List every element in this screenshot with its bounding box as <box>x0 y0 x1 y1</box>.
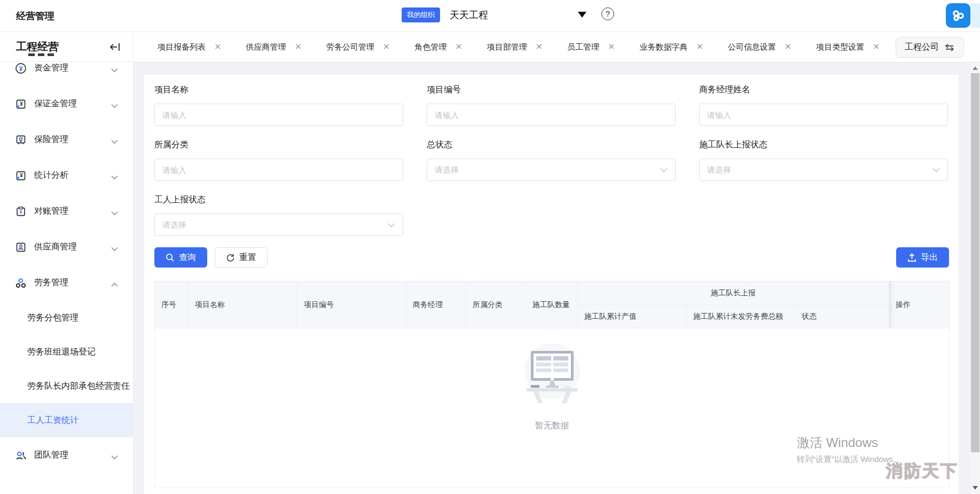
tab-supplier-mgmt[interactable]: 供应商管理✕ <box>246 42 301 52</box>
supplier-card-icon <box>15 241 27 253</box>
org-selector[interactable]: 我的组织 天天工程 <box>402 7 488 22</box>
col-header-project-code: 项目编号 <box>297 281 406 328</box>
close-icon[interactable]: ✕ <box>383 43 390 51</box>
filter-project-code: 项目编号 <box>427 84 676 126</box>
export-button[interactable]: 导出 <box>896 247 949 268</box>
topbar: 经营管理 我的组织 天天工程 ? <box>0 0 980 32</box>
filter-project-name: 项目名称 <box>154 84 403 126</box>
col-header-actions: 操作 <box>889 281 950 328</box>
project-name-input[interactable] <box>154 104 403 126</box>
col-header-crew-count: 施工队数量 <box>526 281 578 328</box>
sidebar-menu: ¥ 资金管理 ¥ 保证金管理 <box>0 62 133 494</box>
col-header-business-manager: 商务经理 <box>406 281 466 328</box>
filter-foreman-report-status: 施工队长上报状态 请选择 <box>699 139 948 181</box>
cluster-icon <box>951 8 966 23</box>
close-icon[interactable]: ✕ <box>294 43 301 51</box>
close-icon[interactable]: ✕ <box>455 43 462 51</box>
filter-category: 所属分类 <box>154 139 403 181</box>
org-dropdown-caret-icon[interactable] <box>578 12 586 18</box>
chevron-down-icon <box>932 165 940 175</box>
chevron-down-icon <box>111 101 118 111</box>
close-icon[interactable]: ✕ <box>214 43 221 51</box>
chevron-down-icon <box>111 172 118 182</box>
org-name: 天天工程 <box>450 9 488 21</box>
sidebar-item-reconciliation[interactable]: ¥ 对账管理 <box>0 193 133 229</box>
overall-status-select[interactable]: 请选择 <box>427 159 676 181</box>
close-icon[interactable]: ✕ <box>873 43 880 51</box>
sidebar-subitem-labor-subcontract[interactable]: 劳务分包管理 <box>0 301 133 335</box>
sidebar-item-insurance[interactable]: 保险管理 <box>0 122 133 158</box>
coin-yuan-icon: ¥ <box>15 62 27 74</box>
sidebar-item-team[interactable]: 团队管理 <box>0 437 133 473</box>
org-switch-button[interactable]: 工程公司 <box>896 37 964 58</box>
main-content: 项目名称 项目编号 商务经理姓名 所属分类 总状态 <box>134 62 970 494</box>
sidebar: 工程经营 ¥ 资金管理 ¥ <box>0 32 134 494</box>
tab-company-info-settings[interactable]: 公司信息设置✕ <box>728 42 791 52</box>
scrollbar-thumb[interactable] <box>971 73 979 452</box>
col-header-project-name: 项目名称 <box>189 281 297 328</box>
tab-labor-company-mgmt[interactable]: 劳务公司管理✕ <box>326 42 390 52</box>
worker-report-status-select[interactable]: 请选择 <box>154 214 403 236</box>
search-button[interactable]: 查询 <box>154 247 207 268</box>
close-icon[interactable]: ✕ <box>785 43 791 51</box>
stats-yuan-icon: ¥ <box>15 170 27 182</box>
help-icon[interactable]: ? <box>601 7 614 20</box>
col-header-index: 序号 <box>155 281 189 328</box>
tab-employee-mgmt[interactable]: 员工管理✕ <box>567 42 615 52</box>
filter-overall-status: 总状态 请选择 <box>427 139 676 181</box>
clipped-menu-fragment <box>28 53 54 56</box>
sidebar-subitem-crew-exit[interactable]: 劳务班组退场登记 <box>0 335 133 369</box>
actions-row: 查询 重置 导出 <box>154 247 949 268</box>
clipboard-yuan-icon: ¥ <box>15 206 27 217</box>
category-input[interactable] <box>154 159 403 181</box>
sidebar-item-funds[interactable]: ¥ 资金管理 <box>0 62 133 86</box>
deposit-icon: ¥ <box>15 98 27 110</box>
business-manager-input[interactable] <box>699 104 948 126</box>
sidebar-subitem-worker-wage-stats[interactable]: 工人工资统计 <box>0 403 133 437</box>
chevron-down-icon <box>111 137 118 146</box>
reset-button[interactable]: 重置 <box>215 247 268 268</box>
app-title: 经营管理 <box>16 10 54 22</box>
filter-form: 项目名称 项目编号 商务经理姓名 所属分类 总状态 <box>154 84 949 236</box>
empty-state: 暂无数据 <box>155 328 949 488</box>
search-icon <box>166 253 175 262</box>
svg-text:¥: ¥ <box>20 100 23 106</box>
sidebar-subitem-foreman-contract[interactable]: 劳务队长内部承包经营责任 <box>0 369 133 403</box>
svg-text:¥: ¥ <box>20 172 23 178</box>
no-data-illustration-icon <box>515 343 590 406</box>
filter-worker-report-status: 工人上报状态 请选择 <box>154 194 403 236</box>
close-icon[interactable]: ✕ <box>536 43 543 51</box>
swap-arrows-icon <box>944 43 955 52</box>
empty-text: 暂无数据 <box>535 420 569 432</box>
scroll-up-arrow-icon[interactable] <box>970 64 980 72</box>
col-header-status: 状态 <box>795 305 889 328</box>
collapse-sidebar-icon[interactable] <box>109 41 121 53</box>
svg-text:¥: ¥ <box>19 209 22 215</box>
chevron-down-icon <box>111 244 118 254</box>
export-icon <box>907 253 916 262</box>
sidebar-item-labor[interactable]: 劳务管理 <box>0 265 133 301</box>
page-scrollbar[interactable] <box>970 62 980 494</box>
sidebar-title: 工程经营 <box>16 40 59 54</box>
app-logo-icon[interactable] <box>946 3 970 28</box>
close-icon[interactable]: ✕ <box>696 43 703 51</box>
tab-business-dictionary[interactable]: 业务数据字典✕ <box>639 42 703 52</box>
sidebar-item-statistics[interactable]: ¥ 统计分析 <box>0 158 133 193</box>
col-group-foreman-report: 施工队长上报 <box>578 281 889 305</box>
sidebar-item-supplier[interactable]: 供应商管理 <box>0 229 133 265</box>
chevron-down-icon <box>111 65 118 75</box>
col-header-crew-output: 施工队累计产值 <box>578 305 687 328</box>
tab-project-type-settings[interactable]: 项目类型设置✕ <box>816 42 880 52</box>
tab-role-mgmt[interactable]: 角色管理✕ <box>414 42 462 52</box>
foreman-report-status-select[interactable]: 请选择 <box>699 159 948 181</box>
sidebar-item-deposit[interactable]: ¥ 保证金管理 <box>0 86 133 122</box>
filter-business-manager: 商务经理姓名 <box>699 84 948 126</box>
chevron-down-icon <box>111 208 118 218</box>
tab-project-report-list[interactable]: 项目报备列表✕ <box>158 42 221 52</box>
col-header-crew-unpaid: 施工队累计未发劳务费总额 <box>687 305 795 328</box>
project-code-input[interactable] <box>427 104 676 126</box>
close-icon[interactable]: ✕ <box>608 43 615 51</box>
scroll-down-arrow-icon[interactable] <box>970 483 980 492</box>
tab-project-dept-mgmt[interactable]: 项目部管理✕ <box>487 42 543 52</box>
safe-box-icon <box>15 134 27 146</box>
